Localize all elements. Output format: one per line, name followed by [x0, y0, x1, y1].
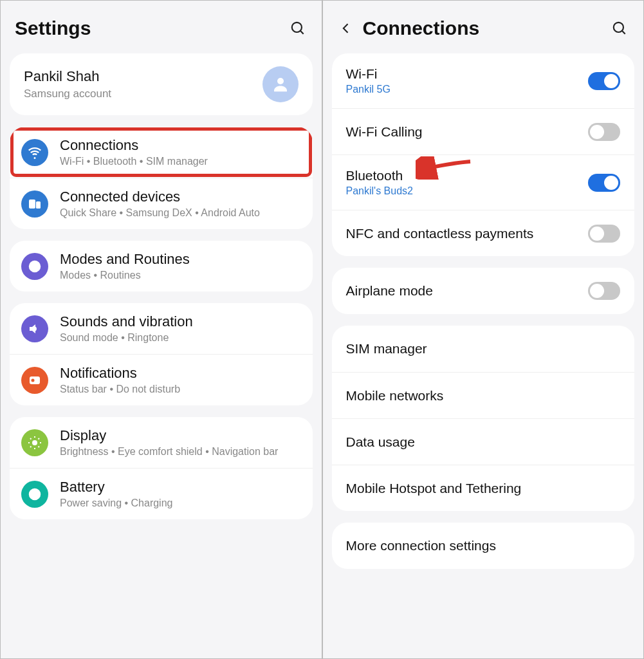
settings-item-notifications[interactable]: NotificationsStatus bar • Do not disturb — [10, 354, 313, 405]
account-card[interactable]: Pankil Shah Samsung account — [10, 53, 313, 115]
connection-item-nfc-and-contactless-payments[interactable]: NFC and contactless payments — [332, 210, 635, 256]
settings-item-title: Modes and Routines — [60, 251, 301, 268]
settings-item-title: Connections — [60, 137, 301, 154]
connection-item-sim-manager[interactable]: SIM manager — [332, 326, 635, 372]
connection-item-title: Wi-Fi Calling — [346, 124, 589, 140]
svg-point-8 — [32, 440, 37, 445]
settings-content: Pankil Shah Samsung account ConnectionsW… — [1, 53, 322, 531]
connection-item-bluetooth[interactable]: BluetoothPankil's Buds2 — [332, 154, 635, 210]
settings-panel: Settings Pankil Shah Samsung account Con… — [0, 0, 322, 659]
settings-item-modes-and-routines[interactable]: Modes and RoutinesModes • Routines — [10, 241, 313, 292]
settings-item-title: Connected devices — [60, 189, 301, 205]
connection-item-airplane-mode[interactable]: Airplane mode — [332, 268, 635, 314]
settings-item-sub: Status bar • Do not disturb — [60, 384, 301, 395]
connection-item-sub: Pankil's Buds2 — [346, 185, 589, 197]
connection-item-title: SIM manager — [346, 341, 621, 357]
account-sub: Samsung account — [24, 88, 262, 100]
settings-item-sub: Brightness • Eye comfort shield • Naviga… — [60, 446, 301, 458]
wifi-icon — [21, 139, 48, 166]
settings-item-sub: Modes • Routines — [60, 270, 301, 281]
settings-group: Modes and RoutinesModes • Routines — [10, 241, 313, 292]
connections-panel: Connections Wi-FiPankil 5GWi-Fi CallingB… — [322, 0, 645, 659]
connection-item-title: Airplane mode — [346, 283, 589, 299]
notif-icon — [21, 367, 48, 394]
svg-line-14 — [39, 446, 40, 447]
connection-item-title: Mobile networks — [346, 388, 621, 404]
connection-item-mobile-hotspot-and-tethering[interactable]: Mobile Hotspot and Tethering — [332, 465, 635, 511]
svg-line-1 — [300, 31, 303, 34]
connections-group: Wi-FiPankil 5GWi-Fi CallingBluetoothPank… — [332, 53, 635, 256]
connections-header: Connections — [323, 1, 644, 53]
toggle-bluetooth[interactable] — [588, 174, 620, 192]
svg-rect-6 — [30, 376, 40, 384]
settings-item-connected-devices[interactable]: Connected devicesQuick Share • Samsung D… — [10, 178, 313, 229]
settings-item-title: Notifications — [60, 365, 301, 382]
svg-point-0 — [291, 23, 301, 32]
connection-item-more-connection-settings[interactable]: More connection settings — [332, 523, 635, 569]
svg-rect-4 — [36, 201, 41, 209]
toggle-airplane-mode[interactable] — [588, 282, 620, 300]
settings-item-title: Battery — [60, 479, 301, 496]
connection-item-mobile-networks[interactable]: Mobile networks — [332, 372, 635, 418]
connection-item-wi-fi-calling[interactable]: Wi-Fi Calling — [332, 108, 635, 154]
svg-line-20 — [622, 31, 625, 34]
connection-item-title: Data usage — [346, 434, 621, 450]
settings-group: ConnectionsWi-Fi • Bluetooth • SIM manag… — [10, 127, 313, 229]
connection-item-title: More connection settings — [346, 538, 621, 553]
battery-icon — [21, 481, 48, 508]
svg-rect-3 — [29, 200, 35, 209]
connection-item-data-usage[interactable]: Data usage — [332, 418, 635, 465]
settings-item-sub: Wi-Fi • Bluetooth • SIM manager — [60, 156, 301, 167]
settings-item-sub: Sound mode • Ringtone — [60, 332, 301, 344]
settings-header: Settings — [1, 1, 322, 53]
toggle-wi-fi[interactable] — [588, 72, 620, 90]
settings-item-sub: Quick Share • Samsung DeX • Android Auto — [60, 207, 301, 219]
avatar[interactable] — [262, 66, 299, 102]
settings-item-connections[interactable]: ConnectionsWi-Fi • Bluetooth • SIM manag… — [10, 127, 313, 178]
connection-item-title: Wi-Fi — [346, 66, 589, 82]
connection-item-title: Mobile Hotspot and Tethering — [346, 481, 621, 496]
connections-group: More connection settings — [332, 523, 635, 569]
settings-item-display[interactable]: DisplayBrightness • Eye comfort shield •… — [10, 417, 313, 468]
settings-group: Sounds and vibrationSound mode • Rington… — [10, 303, 313, 405]
svg-point-18 — [33, 492, 37, 496]
search-button[interactable] — [288, 19, 308, 38]
display-icon — [21, 429, 48, 456]
settings-group: DisplayBrightness • Eye comfort shield •… — [10, 417, 313, 519]
svg-point-2 — [277, 78, 284, 84]
settings-item-sounds-and-vibration[interactable]: Sounds and vibrationSound mode • Rington… — [10, 303, 313, 354]
settings-item-title: Sounds and vibration — [60, 313, 301, 330]
settings-item-title: Display — [60, 427, 301, 444]
page-title: Settings — [15, 17, 288, 39]
search-icon — [290, 20, 306, 37]
svg-line-16 — [39, 438, 40, 440]
back-button[interactable] — [337, 19, 355, 37]
connection-item-title: NFC and contactless payments — [346, 226, 589, 241]
account-name: Pankil Shah — [24, 68, 262, 85]
svg-line-13 — [30, 438, 32, 440]
connections-group: SIM managerMobile networksData usageMobi… — [332, 326, 635, 511]
person-icon — [271, 75, 290, 94]
svg-point-19 — [614, 23, 623, 32]
settings-item-sub: Power saving • Charging — [60, 497, 301, 509]
sound-icon — [21, 315, 48, 342]
routines-icon — [21, 253, 48, 280]
devices-icon — [21, 190, 48, 218]
connection-item-title: Bluetooth — [346, 168, 589, 183]
page-title: Connections — [363, 17, 611, 39]
connections-content: Wi-FiPankil 5GWi-Fi CallingBluetoothPank… — [323, 53, 644, 580]
svg-line-15 — [30, 446, 32, 447]
search-button[interactable] — [610, 19, 629, 38]
connection-item-sub: Pankil 5G — [346, 84, 589, 95]
search-icon — [611, 20, 628, 37]
connection-item-wi-fi[interactable]: Wi-FiPankil 5G — [332, 53, 635, 108]
connections-group: Airplane mode — [332, 268, 635, 314]
chevron-left-icon — [340, 22, 353, 35]
settings-item-battery[interactable]: BatteryPower saving • Charging — [10, 468, 313, 519]
toggle-nfc-and-contactless-payments[interactable] — [588, 225, 620, 243]
svg-point-7 — [32, 378, 35, 382]
toggle-wi-fi-calling[interactable] — [588, 123, 620, 141]
